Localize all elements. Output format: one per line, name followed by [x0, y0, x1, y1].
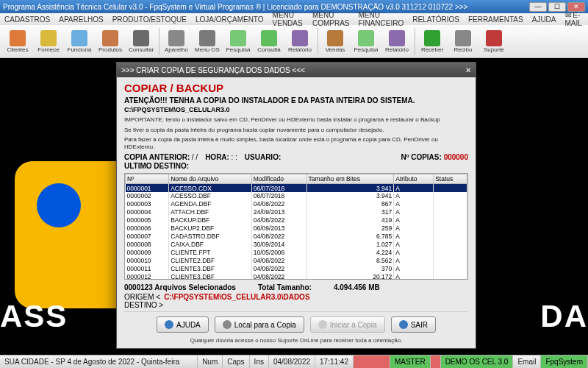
minimize-button[interactable]: — [529, 2, 547, 12]
dialog-info1: IMPORTANTE: tendo o instalador salvo em … [124, 116, 468, 124]
search-icon [223, 320, 232, 329]
status-num: Num [198, 355, 223, 368]
background-text-left: ASS [0, 299, 68, 334]
toolbar-consulta[interactable]: Consulta [254, 26, 284, 57]
status-demo: DEMO OS CEL 3.0 [441, 355, 514, 368]
col-header[interactable]: Tamanho em Bites [306, 174, 394, 184]
toolbar-menu os[interactable]: Menu OS [193, 26, 222, 57]
recibo-icon [455, 30, 471, 46]
toolbar-produtos[interactable]: Produtos [96, 26, 125, 57]
produtos-icon [102, 30, 118, 46]
dialog-titlebar: >>> CRIAR COPIA DE SEGURANÇA DOS DADOS <… [117, 63, 476, 77]
maximize-button[interactable]: ☐ [548, 2, 566, 12]
menu-financeiro[interactable]: MENU FINANCEIRO [359, 11, 404, 27]
menu-compras[interactable]: MENU COMPRAS [312, 11, 350, 27]
table-row[interactable]: 0000009CLIENTE.FPT10/05/20064.224A [126, 249, 467, 257]
status-ins: Ins [250, 355, 269, 368]
col-header[interactable]: Status [434, 174, 467, 184]
table-row[interactable]: 0000011CLIENTE3.DBF04/08/2022370A [126, 265, 467, 273]
main-toolbar: ClientesForneceFuncionaProdutosConsultar… [0, 25, 588, 58]
dialog-info2: Se tiver a copia da pasta inteira do pro… [124, 127, 468, 134]
toolbar-aparelho[interactable]: Aparelho [162, 26, 191, 57]
dialog-warning: ATENÇÃO!!! TENHA A COPIA DO INSTALADOR E… [124, 96, 468, 105]
total-size: 4.094.456 MB [334, 283, 380, 291]
status-bar: SUA CIDADE - SP 4 de Agosto de 2022 - Qu… [0, 355, 588, 368]
status-email[interactable]: Email [513, 355, 541, 368]
file-grid[interactable]: NºNome do ArquivoModificadoTamanho em Bi… [124, 173, 468, 280]
aparelho-icon [168, 30, 184, 46]
table-row[interactable]: 0000002ACESSO.DBF06/07/20163.941A [126, 192, 467, 200]
status-icon [431, 355, 441, 368]
pesquisa-icon [358, 30, 374, 46]
toolbar-fornece[interactable]: Fornece [34, 26, 63, 57]
table-row[interactable]: 0000003AGENDA.DBF04/08/2022867A [126, 200, 467, 208]
dialog-heading: COPIAR / BACKUP [124, 82, 468, 94]
relatório-icon [292, 30, 308, 46]
toolbar-funciona[interactable]: Funciona [65, 26, 94, 57]
menu-relatorios[interactable]: RELATÓRIOS [412, 15, 459, 24]
dialog-footer: Qualquer dúvida acesse o nosso Suporte O… [124, 336, 468, 344]
status-city: SUA CIDADE - SP 4 de Agosto de 2022 - Qu… [0, 355, 198, 368]
backup-dialog: >>> CRIAR COPIA DE SEGURANÇA DOS DADOS <… [116, 62, 476, 349]
consulta-icon [261, 30, 277, 46]
menu-loja[interactable]: LOJA/ORÇAMENTO [196, 15, 264, 24]
sair-button[interactable]: SAIR [391, 316, 436, 333]
menu-cadastros[interactable]: CADASTROS [4, 15, 50, 24]
suporte-icon [486, 30, 502, 46]
dialog-close-icon[interactable]: ✕ [465, 66, 471, 74]
table-row[interactable]: 0000012CLIENTE3.DBF04/08/202220.172A [126, 273, 467, 280]
toolbar-relatório[interactable]: Relatório [285, 26, 315, 57]
toolbar-receber[interactable]: Receber [417, 26, 447, 57]
summary-row: 0000123 Arquivos Selecionados Total Tama… [124, 282, 468, 293]
main-area: ASS DA >>> CRIAR COPIA DE SEGURANÇA DOS … [0, 58, 588, 355]
menu-email[interactable]: ✉ E-MAIL [565, 11, 584, 27]
col-header[interactable]: Modificado [251, 174, 306, 184]
relatório-icon [389, 30, 405, 46]
col-header[interactable]: Nº [126, 174, 169, 184]
ajuda-button[interactable]: AJUDA [157, 316, 209, 333]
toolbar-pesquisa[interactable]: Pesquisa [351, 26, 381, 57]
toolbar-consultar[interactable]: Consultar [126, 26, 156, 57]
table-row[interactable]: 0000008CAIXA.DBF30/09/20141.027A [126, 241, 467, 249]
table-row[interactable]: 0000005BACKUP.DBF04/08/2022419A [126, 216, 467, 224]
local-button[interactable]: Local para a Copia [215, 316, 304, 333]
funciona-icon [71, 30, 87, 46]
col-header[interactable]: Nome do Arquivo [169, 174, 252, 184]
menu-ferramentas[interactable]: FERRAMENTAS [468, 15, 523, 24]
toolbar-recibo[interactable]: Recibo [448, 26, 478, 57]
menu os-icon [199, 30, 215, 46]
menu-aparelhos[interactable]: APARELHOS [59, 15, 103, 24]
background-text-right: DA [540, 299, 588, 334]
exit-icon [399, 320, 408, 329]
menu-produto[interactable]: PRODUTO/ESTOQUE [112, 15, 187, 24]
row-ultimo: ULTIMO DESTINO: [124, 162, 468, 170]
selected-count: 0000123 Arquivos Selecionados [124, 283, 236, 291]
status-master: MASTER [390, 355, 431, 368]
dialog-info3: Para fazer a copia da pasta inteira é mu… [124, 136, 468, 150]
table-row[interactable]: 0000004ATTACH.DBF24/09/2013317A [126, 208, 467, 216]
status-time: 17:11:42 [315, 355, 354, 368]
menu-vendas[interactable]: MENU VENDAS [273, 11, 304, 27]
table-row[interactable]: 0000006BACKUP2.DBF06/09/2013259A [126, 224, 467, 233]
window-title: Programa Assistência Técnica Celular v3.… [3, 3, 528, 11]
toolbar-relatório[interactable]: Relatório [382, 26, 412, 57]
row-copia: COPIA ANTERIOR: / / HORA: : : USUARIO: N… [124, 153, 468, 161]
iniciar-button[interactable]: Iniciar a Copia [310, 316, 385, 333]
toolbar-clientes[interactable]: Clientes [3, 26, 32, 57]
col-header[interactable]: Atributo [394, 174, 434, 184]
help-icon [165, 320, 173, 329]
toolbar-vendas[interactable]: Vendas [320, 26, 350, 57]
clientes-icon [10, 30, 26, 46]
menu-bar: CADASTROS APARELHOS PRODUTO/ESTOQUE LOJA… [0, 13, 588, 25]
status-fpq[interactable]: FpqSystem [541, 355, 588, 368]
toolbar-suporte[interactable]: Suporte [479, 26, 509, 57]
destino-row: DESTINO > [124, 301, 468, 309]
dialog-path: C:\FPQSYSTEM\OS_CELULAR3.0 [124, 106, 468, 113]
table-row[interactable]: 0000010CLIENTE2.DBF04/08/20228.562A [126, 257, 467, 265]
table-row[interactable]: 0000007CADASTRO.DBF04/08/20226.785A [126, 233, 467, 241]
menu-ajuda[interactable]: AJUDA [532, 15, 556, 24]
close-button[interactable]: ✕ [567, 2, 585, 12]
dialog-title: >>> CRIAR COPIA DE SEGURANÇA DOS DADOS <… [121, 66, 465, 74]
toolbar-pesquisa[interactable]: Pesquisa [223, 26, 253, 57]
table-row[interactable]: 0000001ACESSO.CDX06/07/20163.941A [126, 184, 467, 192]
